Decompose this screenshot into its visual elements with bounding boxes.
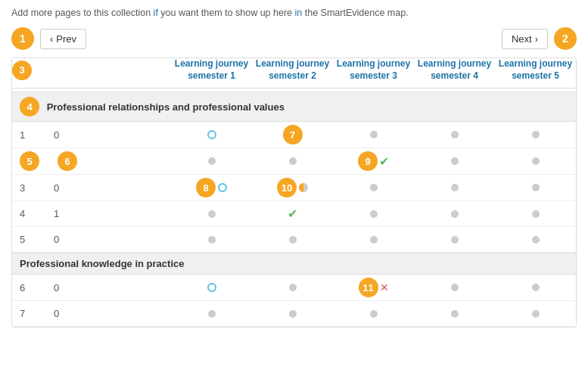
cell-4-4 [414,210,495,218]
cell-2-1 [171,157,252,165]
cross-icon: ✕ [380,281,389,293]
grey-dot [451,210,459,218]
cell-7-5 [495,310,576,318]
col-header-4: Learning journey semester 4 [414,58,495,82]
grey-dot [289,284,297,291]
badge-4: 4 [20,97,39,116]
grey-dot [451,310,459,318]
cell-3-5 [495,184,576,191]
grey-dot [451,131,459,138]
prev-label: Prev [56,33,76,45]
cell-4-1 [171,210,252,218]
badge-6: 6 [58,151,77,171]
grey-dot [532,236,540,244]
row-left: 5 0 [12,234,171,245]
badge-11: 11 [359,278,378,297]
cell-6-3: 11 ✕ [333,278,414,297]
table-row: 5 6 9 ✔ [12,148,576,175]
grey-dot [370,184,378,191]
table-row: 7 0 [12,301,576,327]
cell-4-2: ✔ [252,207,333,221]
next-label: Next [512,33,532,45]
col-header-5: Learning journey semester 5 [495,58,576,82]
if-link[interactable]: if [154,8,158,18]
row-left: 7 0 [12,308,171,319]
blue-outline-dot [218,183,227,192]
cell-5-2 [252,236,333,244]
table-row: 6 0 11 ✕ [12,275,576,301]
check-icon: ✔ [379,154,389,169]
grey-dot [370,131,378,138]
grey-dot [451,236,459,244]
grey-dot [289,310,297,318]
cell-7-2 [252,310,333,318]
cell-1-5 [495,131,576,138]
badge-7: 7 [283,125,303,144]
cell-5-1 [171,236,252,244]
grey-dot [451,157,459,165]
grey-dot [289,157,297,165]
cell-6-4 [414,284,495,291]
cell-1-1 [171,130,252,139]
cell-2-5 [495,157,576,165]
cell-4-5 [495,210,576,218]
next-button[interactable]: Next › [502,29,548,49]
grey-dot [532,157,540,165]
badge-1: 1 [11,27,34,50]
cell-6-2 [252,284,333,291]
cell-4-3 [333,210,414,218]
badge-5: 5 [20,151,39,171]
header-left: 3 [12,61,171,80]
grey-dot [451,184,459,191]
table-header: 3 Learning journey semester 1 Learning j… [12,58,576,89]
cell-1-2: 7 [252,125,333,144]
table-row: 1 0 7 [12,122,576,148]
cell-5-3 [333,236,414,244]
grey-dot [370,210,378,218]
half-circle-dot [299,183,308,192]
navigation-row: 1 ‹ Prev Next › 2 [11,27,577,50]
chevron-left-icon: ‹ [50,33,53,45]
cell-6-5 [495,284,576,291]
prev-button[interactable]: ‹ Prev [40,29,86,49]
badge-8: 8 [196,178,216,197]
grey-dot [370,236,378,244]
cell-6-1 [171,283,252,292]
section-header-1: 4 Professional relationships and profess… [12,92,576,122]
table-row: 4 1 ✔ [12,201,576,227]
check-icon: ✔ [288,207,297,221]
grey-dot [208,157,216,165]
grey-dot [532,310,540,318]
col-header-2: Learning journey semester 2 [252,58,333,82]
cell-3-3 [333,184,414,191]
grey-dot [208,310,216,318]
badge-9: 9 [358,151,378,171]
blue-outline-dot [207,283,216,292]
badge-3: 3 [12,61,32,80]
cell-5-4 [414,236,495,244]
cell-3-2: 10 [252,178,333,197]
chevron-right-icon: › [535,33,538,45]
in-link[interactable]: in [295,8,303,18]
grey-dot [532,184,540,191]
badge-10: 10 [277,178,297,197]
smart-evidence-table: 3 Learning journey semester 1 Learning j… [11,57,577,328]
grey-dot [451,284,459,291]
cell-2-3: 9 ✔ [333,151,414,171]
row-left: 6 0 [12,282,171,293]
blue-outline-dot [207,130,216,139]
nav-right: Next › 2 [502,27,577,50]
row-left: 4 1 [12,208,171,219]
row-left: 3 0 [12,182,171,194]
col-header-1: Learning journey semester 1 [171,58,252,82]
cell-2-2 [252,157,333,165]
grey-dot [289,236,297,244]
cell-7-4 [414,310,495,318]
cell-5-5 [495,236,576,244]
grey-dot [370,310,378,318]
table-row: 5 0 [12,227,576,253]
nav-left: 1 ‹ Prev [11,27,86,50]
cell-7-3 [333,310,414,318]
grey-dot [532,131,540,138]
section-header-2: Professional knowledge in practice [12,253,576,275]
